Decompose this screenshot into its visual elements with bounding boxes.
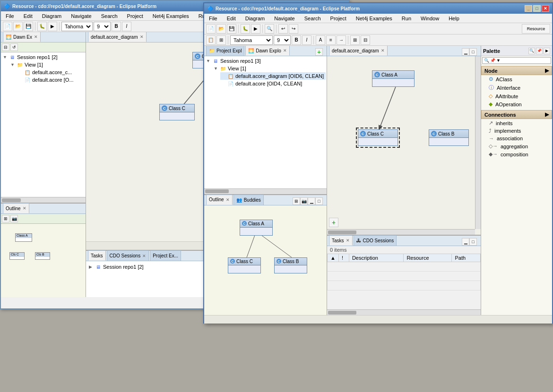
main-tb-t2[interactable]: ⊞	[216, 35, 226, 45]
main-tab-tasks[interactable]: Tasks ✕	[329, 235, 353, 246]
tree-view[interactable]: ▼ 📁 View [1]	[9, 61, 85, 68]
main-font-size-selector[interactable]: 9	[274, 35, 291, 45]
tasks-col-resource[interactable]: Resource	[404, 254, 452, 262]
menu-search[interactable]: Search	[98, 12, 121, 20]
main-tb-debug[interactable]: 🐛	[241, 24, 250, 34]
main-menu-help[interactable]: Help	[446, 15, 462, 22]
tab-diagram[interactable]: default.acore_diagram ✕	[88, 32, 147, 42]
main-explorer-add[interactable]: +	[315, 48, 323, 56]
outline-tb1[interactable]: ⊞	[2, 215, 9, 222]
main-tb-save[interactable]: 💾	[227, 24, 236, 34]
outline-max-btn[interactable]: □	[315, 197, 323, 205]
main-tab-cdo[interactable]: 🖧 CDO Sessions	[354, 235, 397, 246]
main-diagram-min[interactable]: ▁	[462, 48, 469, 56]
palette-aoperation[interactable]: ◆ AOperation	[481, 100, 552, 108]
main-tb-open[interactable]: 📂	[216, 24, 226, 34]
palette-composition[interactable]: ◆→ composition	[481, 150, 552, 158]
outline-tb-btn1[interactable]: ⊞	[293, 197, 300, 205]
main-classA-box[interactable]: C Class A	[372, 70, 415, 87]
main-classB-box[interactable]: C Class B	[429, 129, 469, 146]
main-tb-italic[interactable]: I	[302, 35, 311, 45]
main-menu-search[interactable]: Search	[302, 15, 324, 22]
outline-tb2[interactable]: 📷	[10, 215, 18, 222]
menu-project[interactable]: Project	[124, 12, 146, 20]
tab-outline[interactable]: Outline ✕	[3, 203, 29, 213]
tb-collapse-all[interactable]: ⊟	[2, 43, 9, 51]
tb-bold[interactable]: B	[112, 22, 121, 31]
bg-classC-box[interactable]: C Class C	[159, 104, 195, 120]
menu-file[interactable]: File	[3, 12, 17, 20]
main-diagram-max[interactable]: □	[469, 48, 477, 56]
menu-diagram[interactable]: Diagram	[39, 12, 65, 20]
main-outline-close[interactable]: ✕	[226, 197, 230, 202]
main-explorer-hscroll[interactable]	[204, 188, 327, 194]
tab-dawn-ex[interactable]: 🌅 Dawn Ex ✕	[3, 32, 41, 42]
main-diagram-canvas[interactable]: C Class A C Class C C	[327, 56, 481, 235]
tb-save[interactable]: 💾	[24, 22, 33, 31]
main-window-controls[interactable]: _ □ ✕	[525, 5, 549, 12]
main-classC-box[interactable]: C Class C	[358, 129, 398, 146]
palette-aggregation[interactable]: ◇→ aggregation	[481, 142, 552, 150]
tb-debug[interactable]: 🐛	[37, 22, 47, 31]
palette-aclass[interactable]: ⊙ AClass	[481, 75, 552, 83]
main-tb-font-color[interactable]: A	[316, 35, 325, 45]
tasks-col-path[interactable]: Path	[452, 254, 481, 262]
main-tb-redo[interactable]: ↪	[289, 24, 298, 34]
main-tree-view[interactable]: ▼ 📁 View [1]	[213, 65, 326, 72]
tab-project-exp[interactable]: Project Ex...	[150, 250, 181, 261]
main-menu-net4j[interactable]: Net4j Examples	[353, 15, 395, 22]
main-tb-grid[interactable]: ⊞	[350, 35, 360, 45]
main-tb-run[interactable]: ▶	[251, 24, 260, 34]
main-tb-perspective[interactable]: Resource	[522, 24, 550, 34]
main-menu-diagram[interactable]: Diagram	[242, 15, 268, 22]
main-tb-t1[interactable]: 📋	[206, 35, 216, 45]
tasks-min[interactable]: ▁	[462, 238, 469, 246]
main-minimize-button[interactable]: _	[525, 5, 532, 12]
tasks-col-severity[interactable]: !	[338, 254, 349, 262]
palette-pin[interactable]: 📌	[536, 48, 543, 54]
main-tab-dawn-explo[interactable]: 🌅 Dawn Explo ✕	[245, 46, 289, 56]
main-tb-search[interactable]: 🔍	[265, 24, 274, 34]
palette-association[interactable]: → association	[481, 135, 552, 142]
main-close-button[interactable]: ✕	[542, 5, 549, 12]
main-menu-file[interactable]: File	[206, 15, 220, 22]
tree-session[interactable]: ▼ 🖥 Session repo1 [2]	[2, 53, 85, 61]
main-tb-snap[interactable]: ⊟	[361, 35, 370, 45]
main-tab-outline[interactable]: Outline ✕	[206, 195, 233, 205]
palette-implements[interactable]: ⤴ implements	[481, 127, 552, 135]
main-tasks-hscroll[interactable]	[327, 309, 481, 315]
tab-cdo-sessions[interactable]: CDO Sessions ✕	[107, 250, 149, 261]
main-tb-align[interactable]: ≡	[326, 35, 336, 45]
outline-tb-btn2[interactable]: 📷	[300, 197, 308, 205]
main-diagram-hscroll[interactable]	[327, 229, 475, 235]
tasks-close[interactable]: ✕	[346, 238, 350, 243]
main-tree-acore-file[interactable]: 📄 default.acore [OID4, CLEAN]	[220, 80, 326, 87]
dawn-explo-close[interactable]: ✕	[283, 48, 287, 53]
main-tab-buddies[interactable]: 👥 Buddies	[233, 195, 264, 205]
diagram-add-btn[interactable]: +	[329, 218, 338, 227]
main-diagram-tab[interactable]: default.acore_diagram ✕	[329, 46, 388, 56]
main-menu-edit[interactable]: Edit	[224, 15, 239, 22]
main-tb-arrow[interactable]: →	[337, 35, 346, 45]
tb-italic[interactable]: I	[122, 22, 131, 31]
font-selector[interactable]: Tahoma	[61, 22, 93, 31]
main-font-selector[interactable]: Tahoma	[230, 35, 273, 45]
main-maximize-button[interactable]: □	[533, 5, 541, 12]
main-tree-diagram-file[interactable]: 📋 default.acore_diagram [OID6, CLEAN]	[220, 72, 326, 80]
cdo-close[interactable]: ✕	[142, 254, 146, 258]
tasks-max[interactable]: □	[469, 238, 477, 246]
palette-ainterface[interactable]: ⓘ AInterface	[481, 83, 552, 92]
palette-connections-header[interactable]: Connections ▶	[481, 110, 552, 119]
main-menu-project[interactable]: Project	[328, 15, 349, 22]
main-menu-run[interactable]: Run	[399, 15, 414, 22]
menu-navigate[interactable]: Navigate	[68, 12, 94, 20]
outline-min-btn[interactable]: ▁	[308, 197, 315, 205]
tab-tasks[interactable]: Tasks	[88, 250, 106, 261]
font-size-selector[interactable]: 9	[94, 22, 111, 31]
main-tree-session[interactable]: ▼ 🖥 Session repo1 [3]	[205, 57, 326, 65]
palette-expand[interactable]: ▶	[544, 48, 550, 54]
tb-new[interactable]: 📄	[3, 22, 12, 31]
main-tab-project-expl[interactable]: 📁 Project Expl	[206, 46, 244, 56]
menu-edit[interactable]: Edit	[21, 12, 35, 20]
outline-close[interactable]: ✕	[23, 206, 26, 211]
